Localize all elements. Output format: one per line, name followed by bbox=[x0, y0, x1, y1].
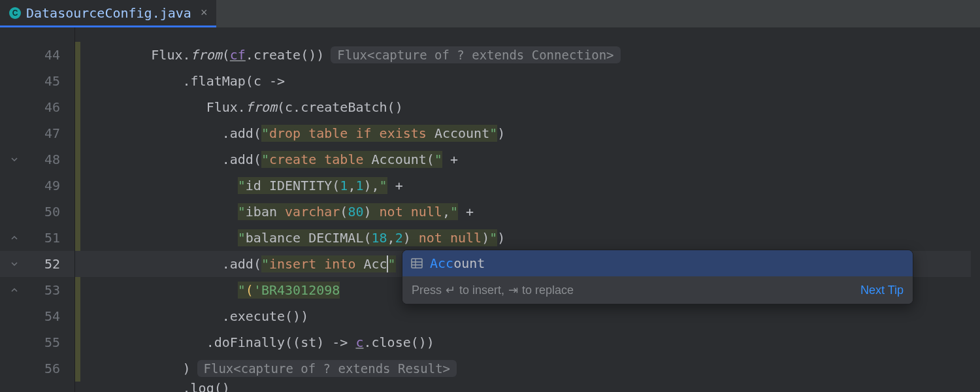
line-number[interactable]: 44 bbox=[0, 42, 74, 68]
line-number[interactable]: 54 bbox=[0, 303, 74, 329]
line-number[interactable]: 47 bbox=[0, 120, 74, 146]
line-number[interactable]: 50 bbox=[0, 199, 74, 225]
java-class-icon: C bbox=[9, 7, 21, 19]
completion-popup: Account Press ↵ to insert, ⇥ to replace … bbox=[402, 250, 913, 304]
line-number[interactable]: 56 bbox=[0, 355, 74, 382]
completion-footer: Press ↵ to insert, ⇥ to replace Next Tip bbox=[402, 276, 913, 304]
completion-rest: ount bbox=[453, 255, 485, 271]
code-area[interactable]: Flux.from(cf.create())Flux<capture of ? … bbox=[75, 27, 971, 392]
enter-key-icon: ↵ bbox=[446, 283, 455, 297]
code-line[interactable]: .execute()) bbox=[75, 303, 971, 329]
completion-match: Acc bbox=[430, 255, 453, 271]
completion-item[interactable]: Account bbox=[402, 250, 913, 276]
code-line[interactable]: "iban varchar(80) not null," + bbox=[75, 199, 971, 225]
editor-tabbar: C DatasourceConfig.java × bbox=[0, 0, 980, 27]
fold-icon[interactable] bbox=[9, 154, 20, 165]
code-line[interactable]: )Flux<capture of ? extends Result> bbox=[75, 355, 971, 382]
editor: 44454647484950515253545556 Flux.from(cf.… bbox=[0, 27, 980, 392]
line-number[interactable]: 45 bbox=[0, 68, 74, 94]
table-icon bbox=[410, 257, 423, 270]
svg-rect-0 bbox=[412, 259, 422, 268]
code-line[interactable]: .add("drop table if exists Account") bbox=[75, 120, 971, 146]
line-number[interactable]: 55 bbox=[0, 329, 74, 355]
fold-icon[interactable] bbox=[9, 259, 20, 269]
fold-icon[interactable] bbox=[9, 233, 20, 243]
code-line[interactable]: .flatMap(c -> bbox=[75, 68, 971, 94]
next-tip-link[interactable]: Next Tip bbox=[860, 284, 904, 297]
inlay-hint: Flux<capture of ? extends Connection> bbox=[331, 46, 620, 63]
code-line[interactable]: .add("create table Account(" + bbox=[75, 146, 971, 172]
inlay-hint: Flux<capture of ? extends Result> bbox=[197, 360, 457, 377]
code-line[interactable]: Flux.from(cf.create())Flux<capture of ? … bbox=[75, 42, 971, 68]
fold-icon[interactable] bbox=[9, 285, 20, 295]
code-line[interactable]: .log() bbox=[75, 382, 971, 392]
tab-filename: DatasourceConfig.java bbox=[26, 5, 191, 21]
code-line[interactable]: "id IDENTITY(1,1)," + bbox=[75, 172, 971, 199]
line-number[interactable]: 46 bbox=[0, 94, 74, 120]
close-icon[interactable]: × bbox=[201, 6, 208, 20]
error-stripe[interactable] bbox=[971, 27, 980, 392]
code-line[interactable]: .doFinally((st) -> c.close()) bbox=[75, 329, 971, 355]
code-line[interactable]: Flux.from(c.createBatch() bbox=[75, 94, 971, 120]
tab-datasourceconfig[interactable]: C DatasourceConfig.java × bbox=[0, 0, 216, 27]
tab-key-icon: ⇥ bbox=[508, 283, 518, 297]
code-line[interactable]: "balance DECIMAL(18,2) not null)") bbox=[75, 225, 971, 251]
gutter: 44454647484950515253545556 bbox=[0, 27, 75, 392]
line-number[interactable]: 49 bbox=[0, 172, 74, 199]
